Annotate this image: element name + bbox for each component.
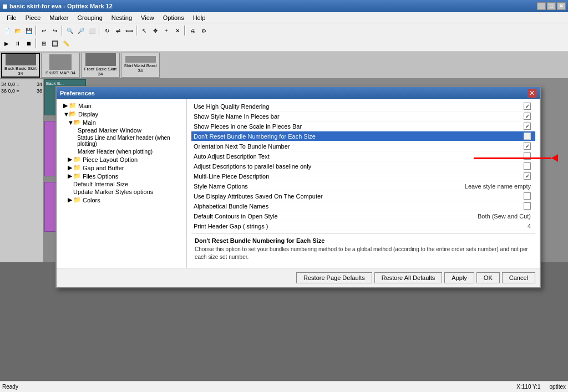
tb-fit[interactable]: ⬜ — [87, 25, 98, 36]
menu-piece[interactable]: Piece — [21, 13, 45, 22]
pref-checkbox-6[interactable] — [524, 162, 531, 170]
tb-measure[interactable]: 📏 — [60, 38, 72, 49]
tb-flip[interactable]: ⇌ — [113, 25, 124, 36]
menu-help[interactable]: Help — [189, 13, 210, 22]
pref-label-8: Style Name Options — [194, 183, 465, 190]
arrow-head-left — [551, 154, 558, 162]
thumbnail-0[interactable]: Back Basic Skirt 34 — [1, 53, 40, 78]
title-bar-controls[interactable]: _ □ ✕ — [537, 2, 566, 10]
tree-label-update: Update Marker Styles options — [73, 189, 153, 195]
tree-label-files: Files Options — [83, 173, 118, 180]
dialog-body: ▶ 📁 Main ▼ 📂 Display ▼ 📂 Main Spread Mar… — [57, 99, 540, 268]
tree-gap-buffer[interactable]: ▶ 📁 Gap and Buffer — [59, 164, 184, 172]
tb-move[interactable]: ✥ — [150, 25, 161, 36]
maximize-button[interactable]: □ — [547, 2, 556, 10]
tree-default-internal[interactable]: Default Internal Size — [59, 180, 184, 188]
close-button[interactable]: ✕ — [557, 2, 566, 10]
pref-checkbox-4[interactable] — [524, 142, 531, 150]
ruler-row-2: 36 0,0 = 36 — [1, 88, 42, 94]
ruler-right-1: 34 — [37, 82, 42, 87]
tb-mirror[interactable]: ⟺ — [124, 25, 135, 36]
tree-status-line[interactable]: Status Line and Marker header (when plot… — [59, 134, 184, 147]
ok-button[interactable]: OK — [476, 272, 500, 283]
thumbnail-1[interactable]: SKIRT MAP 34 — [41, 53, 80, 78]
toolbar-area: 📄 📂 💾 ↩ ↪ 🔍 🔎 ⬜ ↻ ⇌ ⟺ ↖ ✥ + ✕ 🖨 ⚙ ▶ ⏸ ⏹ … — [0, 23, 568, 52]
thumb-shape-3 — [125, 56, 156, 63]
menu-grouping[interactable]: Grouping — [73, 13, 107, 22]
tb-redo[interactable]: ↪ — [49, 25, 60, 36]
menu-marker[interactable]: Marker — [45, 13, 73, 22]
pref-checkbox-9[interactable] — [524, 192, 531, 200]
tb-new[interactable]: 📄 — [1, 25, 12, 36]
tree-display[interactable]: ▼ 📂 Display — [59, 110, 184, 118]
menu-view[interactable]: View — [136, 13, 159, 22]
tb-zoom-in[interactable]: 🔍 — [64, 25, 75, 36]
cancel-button[interactable]: Cancel — [502, 272, 535, 283]
thumbnail-3[interactable]: Skirt Waist Band 34 — [121, 53, 160, 78]
tree-piece-layout[interactable]: ▶ 📁 Piece Layout Option — [59, 155, 184, 164]
tree-label-colors: Colors — [83, 197, 100, 203]
tb-add[interactable]: + — [161, 25, 172, 36]
tree-files[interactable]: ▶ 📁 Files Options — [59, 172, 184, 180]
menu-options[interactable]: Options — [159, 13, 189, 22]
tb-settings[interactable]: ⚙ — [198, 25, 209, 36]
tree-marker-header[interactable]: Marker Header (when plotting) — [59, 147, 184, 155]
folder-icon-files: 📁 — [73, 172, 81, 180]
folder-icon-display-main: 📂 — [73, 119, 81, 126]
arrow-line — [474, 157, 551, 159]
pref-value-10 — [466, 202, 533, 210]
pref-row-3[interactable]: Don't Reset Bundle Numbering for Each Si… — [191, 131, 535, 141]
thumbnail-2[interactable]: Front Basic Skirt 34 — [81, 53, 120, 78]
tb-delete[interactable]: ✕ — [172, 25, 183, 36]
tb-sep-4 — [136, 26, 138, 35]
tb-play[interactable]: ▶ — [1, 38, 12, 49]
tree-update-marker[interactable]: Update Marker Styles options — [59, 188, 184, 196]
tree-spread-marker[interactable]: Spread Marker Window — [59, 126, 184, 134]
tb-grid[interactable]: ⊞ — [38, 38, 49, 49]
tb-snap[interactable]: 🔲 — [49, 38, 60, 49]
pref-checkbox-3[interactable] — [524, 133, 531, 140]
pref-row-1: Show Style Name In Pieces bar — [191, 111, 535, 121]
toolbar-row-1: 📄 📂 💾 ↩ ↪ 🔍 🔎 ⬜ ↻ ⇌ ⟺ ↖ ✥ + ✕ 🖨 ⚙ — [1, 24, 567, 37]
pref-label-5: Auto Adjust Description Text — [194, 153, 466, 160]
tb-open[interactable]: 📂 — [12, 25, 23, 36]
tree-main[interactable]: ▶ 📁 Main — [59, 101, 184, 110]
pref-label-11: Default Contours in Open Style — [194, 213, 466, 220]
tree-label-display-main: Main — [83, 119, 96, 126]
tree-display-main[interactable]: ▼ 📂 Main — [59, 118, 184, 126]
pref-checkbox-2[interactable] — [524, 123, 531, 130]
tb-rotate[interactable]: ↻ — [102, 25, 113, 36]
tb-zoom-out[interactable]: 🔎 — [75, 25, 87, 36]
tree-expand-marker — [72, 148, 78, 155]
app-icon: ◼ — [2, 3, 7, 10]
dialog-close-button[interactable]: ✕ — [528, 89, 536, 98]
tb-select[interactable]: ↖ — [139, 25, 150, 36]
pref-checkbox-0[interactable] — [524, 103, 531, 110]
minimize-button[interactable]: _ — [537, 2, 546, 10]
pref-checkbox-7[interactable] — [524, 172, 531, 180]
pref-value-1 — [466, 113, 533, 120]
restore-page-defaults-button[interactable]: Restore Page Defaults — [296, 272, 372, 283]
pref-value-12: 4 — [466, 223, 533, 230]
tb-undo[interactable]: ↩ — [38, 25, 49, 36]
pref-value-4 — [466, 142, 533, 150]
pref-checkbox-1[interactable] — [524, 113, 531, 120]
tree-expand-spread — [72, 127, 78, 134]
tree-colors[interactable]: ▶ 📁 Colors — [59, 196, 184, 204]
pref-row-12: Print Header Gap ( strings ) 4 — [191, 221, 535, 231]
pref-label-10: Alphabetical Bundle Names — [194, 203, 466, 210]
tb-save[interactable]: 💾 — [23, 25, 34, 36]
tb-stop[interactable]: ⏹ — [23, 38, 34, 49]
pref-checkbox-10[interactable] — [524, 202, 531, 210]
tb-sep-6 — [36, 38, 37, 48]
restore-all-defaults-button[interactable]: Restore All Defaults — [374, 272, 443, 283]
tb-pause[interactable]: ⏸ — [12, 38, 23, 49]
tree-label-display: Display — [78, 111, 98, 118]
menu-file[interactable]: File — [2, 13, 21, 22]
toolbar-row-2: ▶ ⏸ ⏹ ⊞ 🔲 📏 — [1, 37, 567, 49]
tb-print[interactable]: 🖨 — [187, 25, 198, 36]
menu-nesting[interactable]: Nesting — [107, 13, 136, 22]
apply-button[interactable]: Apply — [444, 272, 474, 283]
tree-expand-gap: ▶ — [68, 164, 73, 171]
status-ready: Ready — [2, 384, 18, 390]
